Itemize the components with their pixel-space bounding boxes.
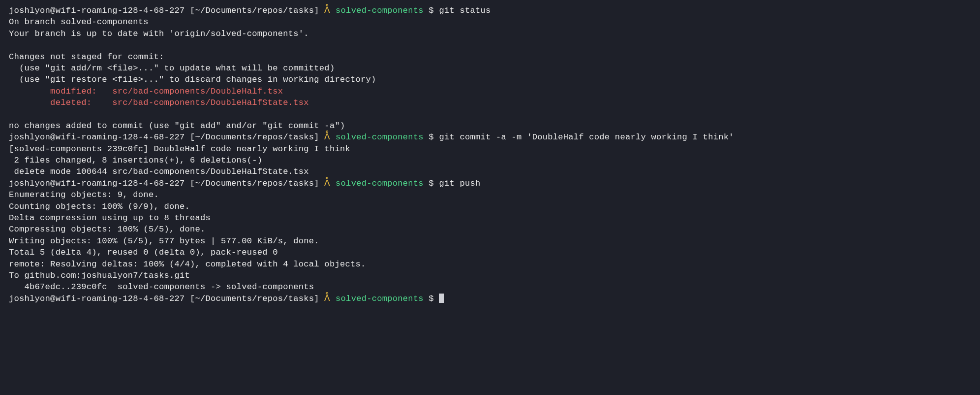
output-line: Delta compression using up to 8 threads — [9, 212, 971, 224]
output-line — [9, 39, 971, 51]
prompt-path: [~/Documents/repos/tasks] — [190, 179, 324, 188]
command-text[interactable]: git commit -a -m 'DoubleHalf code nearly… — [439, 132, 734, 142]
output-line: Your branch is up to date with 'origin/s… — [9, 28, 971, 39]
output-line: remote: Resolving deltas: 100% (4/4), co… — [9, 259, 971, 270]
prompt-line[interactable]: joshlyon@wifi-roaming-128-4-68-227 [~/Do… — [9, 293, 971, 304]
command-text[interactable]: git status — [439, 6, 490, 15]
prompt-line[interactable]: joshlyon@wifi-roaming-128-4-68-227 [~/Do… — [9, 5, 971, 16]
terminal[interactable]: joshlyon@wifi-roaming-128-4-68-227 [~/Do… — [0, 0, 980, 309]
lambda-icon: ᐰ — [324, 294, 336, 303]
output-line: Total 5 (delta 4), reused 0 (delta 0), p… — [9, 247, 971, 258]
prompt-branch: solved-components — [336, 179, 429, 188]
output-line: Enumerating objects: 9, done. — [9, 189, 971, 200]
output-line: deleted: src/bad-components/DoubleHalfSt… — [9, 97, 971, 108]
prompt-dollar: $ — [429, 6, 439, 15]
prompt-path: [~/Documents/repos/tasks] — [190, 294, 324, 303]
output-line: [solved-components 239c0fc] DoubleHalf c… — [9, 143, 971, 155]
prompt-dollar: $ — [429, 294, 439, 303]
prompt-dollar: $ — [429, 132, 439, 142]
output-line — [9, 109, 971, 120]
prompt-user-host: joshlyon@wifi-roaming-128-4-68-227 — [9, 179, 190, 188]
prompt-line[interactable]: joshlyon@wifi-roaming-128-4-68-227 [~/Do… — [9, 178, 971, 189]
prompt-branch: solved-components — [336, 6, 429, 15]
output-line: delete mode 100644 src/bad-components/Do… — [9, 166, 971, 177]
output-line: Changes not staged for commit: — [9, 51, 971, 63]
output-line: Writing objects: 100% (5/5), 577 bytes |… — [9, 235, 971, 247]
output-line: To github.com:joshualyon7/tasks.git — [9, 270, 971, 281]
output-line: (use "git add/rm <file>..." to update wh… — [9, 63, 971, 74]
output-line: 2 files changed, 8 insertions(+), 6 dele… — [9, 155, 971, 166]
prompt-user-host: joshlyon@wifi-roaming-128-4-68-227 — [9, 132, 190, 142]
prompt-dollar: $ — [429, 179, 439, 188]
prompt-branch: solved-components — [336, 294, 429, 303]
prompt-line[interactable]: joshlyon@wifi-roaming-128-4-68-227 [~/Do… — [9, 132, 971, 143]
prompt-user-host: joshlyon@wifi-roaming-128-4-68-227 — [9, 6, 190, 15]
prompt-path: [~/Documents/repos/tasks] — [190, 132, 324, 142]
lambda-icon: ᐰ — [324, 132, 336, 142]
output-line: no changes added to commit (use "git add… — [9, 120, 971, 132]
prompt-user-host: joshlyon@wifi-roaming-128-4-68-227 — [9, 294, 190, 303]
command-text[interactable]: git push — [439, 179, 480, 188]
lambda-icon: ᐰ — [324, 6, 336, 15]
prompt-branch: solved-components — [336, 132, 429, 142]
output-line: modified: src/bad-components/DoubleHalf.… — [9, 86, 971, 97]
output-line: On branch solved-components — [9, 16, 971, 28]
output-line: Compressing objects: 100% (5/5), done. — [9, 224, 971, 235]
output-line: (use "git restore <file>..." to discard … — [9, 74, 971, 85]
output-line: 4b67edc..239c0fc solved-components -> so… — [9, 281, 971, 293]
cursor — [439, 294, 444, 303]
lambda-icon: ᐰ — [324, 179, 336, 188]
output-line: Counting objects: 100% (9/9), done. — [9, 201, 971, 212]
prompt-path: [~/Documents/repos/tasks] — [190, 6, 324, 15]
